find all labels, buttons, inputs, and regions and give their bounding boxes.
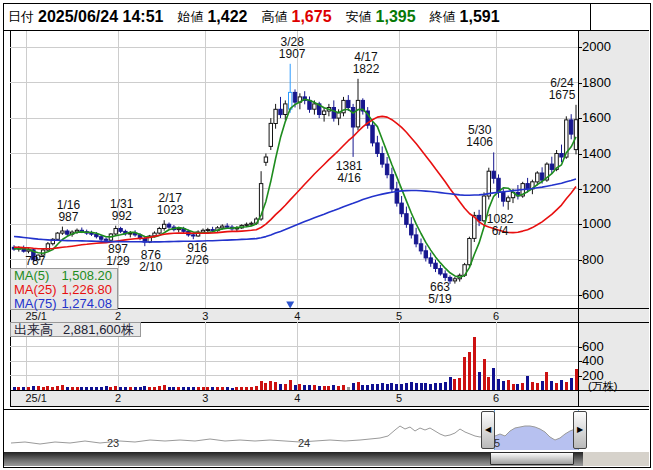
- navigator-selection[interactable]: [495, 426, 578, 450]
- date-value: 2025/06/24 14:51: [38, 8, 163, 26]
- annotation-line: 1082: [487, 213, 514, 225]
- annotation-line: 2/10: [139, 261, 162, 273]
- close-value: 1,591: [460, 8, 500, 26]
- annotation-line: 5/19: [428, 293, 451, 305]
- annotation-line: 987: [57, 211, 80, 223]
- chart-annotation: 1/31992: [110, 198, 133, 222]
- ohlc-info-bar: 日付 2025/06/24 14:51 始値 1,422 高値 1,675 安値…: [4, 4, 649, 31]
- annotation-line: 1822: [353, 63, 380, 75]
- navigator-right-button[interactable]: ▶: [573, 411, 587, 449]
- annotation-line: 1/29: [106, 255, 129, 267]
- ma75-label: MA(75): [14, 297, 57, 311]
- ma-line-5: [14, 99, 576, 277]
- ma25-label: MA(25): [14, 283, 57, 297]
- chart-annotation: 1/16987: [57, 199, 80, 223]
- annotation-line: 1/16: [57, 199, 80, 211]
- annotation-line: 2/17: [157, 192, 184, 204]
- scroll-left-icon: ◀: [485, 426, 491, 434]
- chart-annotation: 8971/29: [106, 243, 129, 267]
- annotation-line: 876: [139, 249, 162, 261]
- ma5-label: MA(5): [14, 269, 49, 283]
- ma-line-75: [14, 179, 576, 242]
- close-label: 終値: [430, 8, 456, 26]
- price-axis-panel: [578, 31, 649, 308]
- stock-chart-app: 日付 2025/06/24 14:51 始値 1,422 高値 1,675 安値…: [0, 0, 653, 470]
- volume-axis-panel: [578, 322, 649, 390]
- open-value: 1,422: [207, 8, 247, 26]
- scrollbar-right-area: [583, 452, 649, 466]
- annotation-line: 6/4: [487, 225, 514, 237]
- annotation-line: 4/17: [353, 51, 380, 63]
- low-value: 1,395: [376, 8, 416, 26]
- ma5-legend-row: MA(5) 1,508.20: [11, 269, 117, 283]
- open-label: 始値: [177, 8, 203, 26]
- ma75-value: 1,274.08: [61, 297, 112, 311]
- ma25-value: 1,226.80: [61, 283, 112, 297]
- annotation-line: 1907: [279, 48, 306, 60]
- candlesticks-series: [12, 64, 577, 284]
- annotation-line: 787: [25, 255, 45, 267]
- volume-label: 出来高: [14, 323, 53, 336]
- navigator-left-button[interactable]: ◀: [481, 411, 495, 449]
- chart-annotation: 2/171023: [157, 192, 184, 216]
- chart-annotation: 8762/10: [139, 249, 162, 273]
- plot-left-border: [10, 31, 11, 407]
- annotation-line: 916: [186, 242, 209, 254]
- annotation-line: 1/31: [110, 198, 133, 210]
- chart-annotation: 4/171822: [353, 51, 380, 75]
- annotation-line: 5/30: [466, 124, 493, 136]
- scroll-right-icon: ▶: [577, 426, 583, 434]
- chart-annotation: 10826/4: [487, 213, 514, 237]
- ma25-legend-row: MA(25) 1,226.80: [11, 283, 117, 297]
- month-axis-band-volume: [10, 390, 649, 407]
- volume-value: 2,881,600株: [63, 323, 134, 336]
- annotation-line: 4/16: [336, 172, 363, 184]
- navigator-top-border: [4, 409, 649, 410]
- navigator-year-label: 23: [107, 437, 119, 449]
- high-value: 1,675: [292, 8, 332, 26]
- annotation-line: 6/24: [549, 77, 576, 89]
- low-label: 安値: [346, 8, 372, 26]
- chart-annotation: 5/301406: [466, 124, 493, 148]
- annotation-line: 2/26: [186, 254, 209, 266]
- annotation-line: 992: [110, 210, 133, 222]
- chart-annotation: 9162/26: [186, 242, 209, 266]
- ma5-value: 1,508.20: [61, 269, 112, 283]
- chart-annotation: 6635/19: [428, 281, 451, 305]
- annotation-line: 1023: [157, 204, 184, 216]
- axis-divider: [578, 31, 579, 407]
- chart-annotation: 787: [25, 255, 45, 267]
- ma75-legend-row: MA(75) 1,274.08: [11, 297, 117, 311]
- ma-line-25: [14, 116, 576, 248]
- chart-annotation: 6/241675: [549, 77, 576, 101]
- scrollbar-thumb[interactable]: [490, 452, 574, 465]
- annotation-line: 663: [428, 281, 451, 293]
- navigator-year-label: 24: [298, 437, 310, 449]
- volume-legend: 出来高 2,881,600株: [10, 322, 141, 337]
- annotation-line: 1381: [336, 160, 363, 172]
- annotation-line: 1406: [466, 136, 493, 148]
- annotation-line: 3/28: [279, 36, 306, 48]
- chart-annotation: 13814/16: [336, 160, 363, 184]
- ma-legend: MA(5) 1,508.20 MA(25) 1,226.80 MA(75) 1,…: [10, 268, 118, 310]
- topbar-divider: [590, 4, 591, 30]
- volume-bars: [13, 337, 578, 391]
- annotation-line: 1675: [549, 89, 576, 101]
- high-label: 高値: [262, 8, 288, 26]
- date-label: 日付: [8, 8, 34, 26]
- chart-annotation: 3/281907: [279, 36, 306, 60]
- annotation-line: 897: [106, 243, 129, 255]
